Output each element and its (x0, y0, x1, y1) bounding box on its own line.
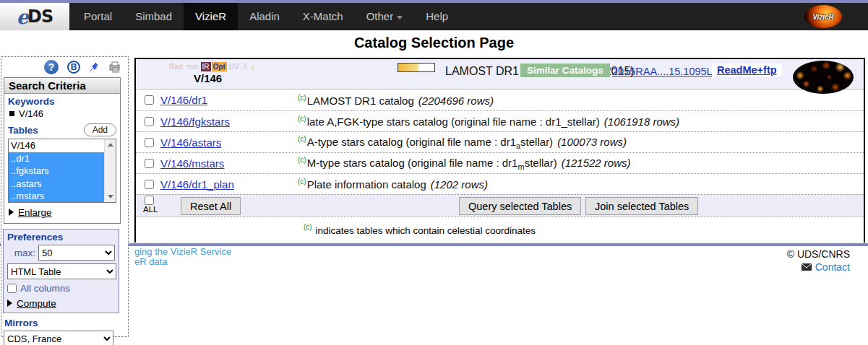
waveband-strip: RadmmIROptUVXγ (168, 62, 256, 71)
vizier-catalog-selection-page: eDS PortalSimbadVizieRAladinX-MatchOther… (0, 0, 868, 345)
table-description: (c)A-type stars catalog (original file n… (298, 135, 627, 150)
cds-logo-ds: DS (27, 6, 53, 27)
all-columns-label: All columns (20, 283, 70, 294)
table-link[interactable]: V/146/mstars (160, 157, 298, 170)
similar-catalogs-button[interactable]: Similar Catalogs (520, 64, 610, 77)
cds-logo[interactable]: eDS (0, 3, 69, 30)
vizier-fire-logo[interactable]: VizieR (804, 5, 842, 28)
waveband-Opt: Opt (212, 62, 227, 71)
sidebar-icon-row: ? B (1, 57, 128, 76)
compute-triangle-icon (7, 300, 12, 307)
enlarge-link[interactable]: Enlarge (9, 207, 116, 218)
nav-item-portal[interactable]: Portal (72, 3, 124, 30)
table-link[interactable]: V/146/dr1 (160, 94, 298, 106)
nav-item-simbad[interactable]: Simbad (124, 3, 184, 30)
row-checkbox[interactable] (145, 95, 154, 105)
scroll-up-icon[interactable] (105, 139, 116, 150)
row-checkbox[interactable] (145, 159, 154, 168)
buttons-b-icon[interactable]: B (67, 61, 80, 74)
listbox-scrollbar[interactable] (104, 139, 116, 202)
tables-label: Tables (8, 125, 38, 136)
nav-item-help[interactable]: Help (414, 3, 460, 30)
table-row: V/146/dr1_plan(c)Plate information catal… (136, 173, 864, 194)
table-link[interactable]: V/146/dr1_plan (160, 178, 298, 191)
waveband-γ: γ (249, 62, 256, 71)
nav-items: PortalSimbadVizieRAladinX-MatchOtherHelp (72, 3, 460, 30)
sky-coverage-map[interactable] (793, 61, 854, 94)
table-row: V/146/dr1(c)LAMOST DR1 catalog(2204696 r… (136, 89, 864, 110)
add-table-button[interactable]: Add (84, 123, 116, 136)
nav-item-other[interactable]: Other (355, 3, 415, 30)
output-format-select[interactable]: HTML Table (7, 263, 116, 279)
query-selected-tables-button[interactable]: Query selected Tables (459, 197, 581, 215)
keyword-value: V/146 (19, 108, 43, 119)
catalog-id: V/146 (194, 72, 222, 84)
row-checkbox[interactable] (145, 117, 154, 126)
reset-all-button[interactable]: Reset All (181, 197, 241, 215)
footer-link[interactable]: ging the VizieR Service (134, 247, 231, 257)
table-description: (c)LAMOST DR1 catalog(2204696 rows) (298, 94, 494, 107)
row-checkbox[interactable] (145, 180, 154, 189)
footer-links: ging the VizieR ServiceeR data (134, 247, 231, 267)
table-row: V/146/astars(c)A-type stars catalog (ori… (136, 131, 864, 152)
printer-icon[interactable] (108, 61, 121, 73)
mirrors-label: Mirrors (4, 318, 128, 328)
page-title: Catalog Selection Page (0, 35, 868, 51)
readme-ftp-link[interactable]: ReadMe+ftp (712, 64, 782, 77)
pin-icon[interactable] (89, 61, 100, 73)
top-navbar: eDS PortalSimbadVizieRAladinX-MatchOther… (0, 3, 868, 30)
table-link[interactable]: V/146/astars (160, 136, 298, 149)
waveband-IR: IR (201, 62, 211, 71)
coordinate-flag: (c) (298, 115, 306, 123)
nav-item-aladin[interactable]: Aladin (238, 3, 291, 30)
footer-link[interactable]: eR data (134, 257, 231, 267)
table-option[interactable]: ..fgkstars (9, 165, 104, 178)
join-selected-tables-button[interactable]: Join selected Tables (585, 197, 698, 215)
coordinate-flag: (c) (298, 178, 306, 185)
keyword-bullet (9, 111, 14, 116)
enlarge-triangle-icon (9, 209, 14, 216)
catalog-panel: RadmmIROptUVXγ V/146 LAMOST DR1 catalogs… (134, 58, 865, 243)
row-count: (1061918 rows) (604, 115, 679, 128)
coordinate-flag: (c) (298, 156, 306, 164)
table-link[interactable]: V/146/fgkstars (160, 115, 298, 128)
scroll-down-icon[interactable] (105, 191, 116, 202)
table-option[interactable]: ..dr1 (9, 152, 104, 165)
table-option[interactable]: ..mstars (9, 190, 104, 203)
select-all-checkbox[interactable] (145, 196, 154, 205)
compute-link[interactable]: Compute (7, 298, 115, 309)
search-criteria-title: Search Criteria (4, 78, 120, 94)
sidebar: ? B Search Criteria Keywords V/146 Table… (1, 56, 129, 337)
footnote: (c) indicates tables which contain celes… (136, 217, 864, 243)
keyword-item: V/146 (8, 107, 116, 122)
table-description: (c)late A,FGK-type stars catalog (origin… (298, 115, 679, 128)
table-option[interactable]: ..astars (9, 178, 104, 191)
table-option[interactable]: V/146 (9, 139, 104, 152)
table-row: V/146/fgkstars(c)late A,FGK-type stars c… (136, 110, 864, 131)
contact-link[interactable]: Contact (815, 261, 850, 273)
chevron-down-icon (397, 16, 403, 19)
nav-item-vizier[interactable]: VizieR (184, 3, 238, 30)
mirror-select[interactable]: CDS, France (4, 331, 113, 345)
footer-divider-bar (0, 243, 868, 246)
catalog-rows: V/146/dr1(c)LAMOST DR1 catalog(2204696 r… (136, 89, 864, 194)
row-count: (121522 rows) (562, 157, 631, 169)
waveband-Rad: Rad (168, 62, 184, 71)
preferences-title: Preferences (7, 232, 115, 243)
max-rows-select[interactable]: 50 (38, 245, 115, 261)
actions-row: ALL Reset All Query selected Tables Join… (136, 194, 864, 217)
envelope-icon (802, 263, 812, 271)
table-description: (c)Plate information catalog(1202 rows) (298, 178, 488, 191)
preferences-box: Preferences max: 50 HTML Table All colum… (3, 229, 119, 313)
bibcode-link[interactable]: 2015RAA....15.1095L (612, 66, 713, 77)
catalog-header: RadmmIROptUVXγ V/146 LAMOST DR1 catalogs… (136, 59, 864, 89)
nav-item-x-match[interactable]: X-Match (291, 3, 355, 30)
all-columns-checkbox[interactable] (7, 284, 17, 293)
coordinate-flag: (c) (298, 135, 306, 143)
copyright: © UDS/CNRS (787, 248, 850, 260)
row-checkbox[interactable] (145, 138, 154, 147)
max-label: max: (14, 248, 35, 258)
tables-listbox[interactable]: V/146..dr1..fgkstars..astars..mstars (8, 139, 116, 203)
help-icon[interactable]: ? (44, 60, 59, 74)
table-description: (c)M-type stars catalog (original file n… (298, 156, 631, 171)
